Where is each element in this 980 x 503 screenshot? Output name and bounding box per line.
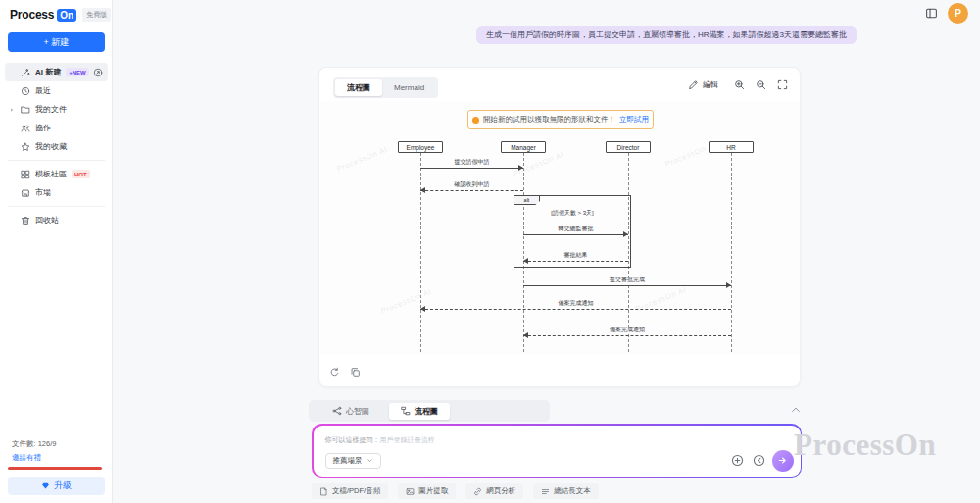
sidebar-item-label: 協作 [35, 123, 51, 133]
sidebar-nav: AI 新建+NEW最近我的文件協作我的收藏模板社區HOT市場回收站 [0, 63, 113, 229]
sidebar-item-favorites[interactable]: 我的收藏 [5, 137, 108, 156]
user-message-text: 生成一個用戶請假的時序圖，員工提交申請，直屬領導審批，HR備案，如果請假超過3天… [486, 30, 847, 39]
prompt-composer-inner: 你可以這樣提問：用戶登錄註冊流程 推薦場景 [314, 426, 801, 477]
processon-app: Process On 免費版 + 新建 AI 新建+NEW最近我的文件協作我的收… [0, 0, 980, 503]
canvas-tab-mermaid[interactable]: Mermaid [382, 80, 436, 95]
link-icon [473, 487, 482, 496]
canvas-toolbar: 編輯 [688, 79, 788, 90]
lines-icon [541, 487, 550, 496]
zoom-in-button[interactable] [734, 79, 745, 90]
trash-icon [21, 216, 30, 226]
quota-bar [8, 467, 102, 470]
logo[interactable]: Process On 免費版 [10, 8, 111, 22]
sidebar-item-badge: HOT [72, 170, 90, 178]
quick-open-icon[interactable] [93, 68, 103, 77]
regenerate-button[interactable] [329, 367, 340, 377]
canvas-tab-switch: 流程圖Mermaid [333, 77, 438, 98]
star-icon [21, 142, 30, 152]
magic-wand-icon [21, 68, 30, 77]
composer-tab-switch: 心智圖流程圖 [309, 400, 550, 422]
sidebar-item-collaboration[interactable]: 協作 [5, 119, 108, 137]
pencil-icon [688, 79, 699, 90]
warning-dot-icon [472, 117, 479, 124]
sidebar-item-my-files[interactable]: 我的文件 [5, 100, 108, 119]
preview-card-footer [329, 367, 361, 377]
insert-button[interactable] [753, 454, 765, 467]
fit-screen-button[interactable] [777, 79, 788, 90]
sidebar-item-badge: +NEW [66, 68, 89, 76]
zoom-out-button[interactable] [756, 79, 766, 90]
sidebar-item-label: 市場 [35, 187, 51, 198]
message-line [420, 309, 731, 310]
expand-caret-icon[interactable] [9, 107, 15, 113]
chip-web-analysis[interactable]: 網頁分析 [466, 483, 523, 499]
edit-label: 編輯 [703, 79, 718, 90]
sidebar: Process On 免費版 + 新建 AI 新建+NEW最近我的文件協作我的收… [0, 0, 113, 503]
canvas-tab-flowchart[interactable]: 流程圖 [335, 79, 382, 96]
message-line [523, 285, 731, 286]
sidebar-item-market[interactable]: 市場 [5, 183, 108, 202]
caret-down-icon [367, 457, 373, 464]
avatar[interactable]: P [948, 3, 968, 24]
invite-link[interactable]: 邀請有禮 [12, 453, 102, 463]
sidebar-item-label: 回收站 [35, 215, 59, 226]
chip-image-extract[interactable]: 圖片提取 [398, 483, 456, 499]
trial-banner-text: 開始新的試用以獲取無限的形狀和文件！ [483, 115, 615, 125]
plan-badge: 免費版 [82, 8, 111, 22]
sidebar-item-template-community[interactable]: 模板社區HOT [5, 165, 108, 183]
collapse-panel-button[interactable] [790, 404, 802, 416]
arrowhead-icon [420, 306, 425, 312]
send-button[interactable] [772, 450, 794, 472]
sidebar-item-recent[interactable]: 最近 [5, 81, 108, 100]
message-line [420, 168, 523, 169]
sidebar-item-label: 模板社區 [35, 169, 67, 179]
chip-label: 圖片提取 [418, 486, 448, 496]
canvas-tab-flowchart-label: 流程圖 [347, 82, 370, 93]
arrowhead-icon [523, 258, 528, 264]
chip-doc-pdf-audio[interactable]: 文檔/PDF/音頻 [312, 483, 388, 499]
diamond-icon [41, 481, 50, 490]
composer-tab-flowchart[interactable]: 流程圖 [389, 403, 450, 420]
message-label: 備案完成通知 [607, 327, 648, 333]
arrowhead-icon [523, 332, 528, 338]
lifeline-hr [731, 153, 732, 352]
actor-director: Director [606, 141, 651, 153]
chip-label: 網頁分析 [486, 486, 515, 496]
upgrade-button[interactable]: 升級 [8, 477, 105, 495]
copy-button[interactable] [350, 367, 361, 377]
image-icon [406, 487, 415, 496]
add-attachment-button[interactable] [731, 454, 744, 467]
logo-on-badge: On [57, 9, 76, 22]
edit-button[interactable]: 編輯 [688, 79, 718, 90]
placeholder-example: 用戶登錄註冊流程 [380, 436, 435, 443]
sidebar-item-label: 我的收藏 [35, 141, 67, 152]
arrowhead-icon [420, 187, 425, 193]
usage-info: 文件數: 126/9 邀請有禮 [12, 439, 102, 463]
composer-tab-flowchart-label: 流程圖 [415, 406, 438, 417]
sidebar-item-recycle-bin[interactable]: 回收站 [5, 211, 108, 229]
divider [8, 206, 105, 207]
sidebar-item-label: 最近 [35, 85, 51, 96]
panel-toggle-button[interactable] [925, 7, 938, 20]
actor-employee: Employee [398, 141, 443, 153]
composer-tab-mind-map[interactable]: 心智圖 [320, 403, 381, 420]
sequence-diagram-canvas: 開始新的試用以獲取無限的形狀和文件！ 立即試用 ProcessOn AIProc… [320, 101, 800, 355]
prompt-composer: 你可以這樣提問：用戶登錄註冊流程 推薦場景 [312, 424, 802, 478]
message-line [523, 234, 628, 235]
actor-manager: Manager [501, 141, 546, 153]
document-icon [319, 487, 328, 496]
send-arrow-icon [777, 455, 788, 466]
message-label: 審批結果 [562, 252, 591, 259]
trial-banner-link[interactable]: 立即試用 [619, 115, 649, 125]
message-label: 確認收到申請 [452, 181, 493, 188]
arrowhead-icon [623, 231, 628, 237]
shop-icon [21, 188, 30, 198]
recommended-scenes-button[interactable]: 推薦場景 [325, 453, 381, 469]
sidebar-item-ai-new[interactable]: AI 新建+NEW [5, 63, 108, 81]
prompt-input[interactable]: 你可以這樣提問：用戶登錄註冊流程 [325, 435, 435, 445]
people-icon [21, 124, 30, 133]
new-button[interactable]: + 新建 [8, 32, 105, 52]
lifeline-employee [420, 153, 421, 352]
trial-banner: 開始新的試用以獲取無限的形狀和文件！ 立即試用 [467, 110, 654, 129]
chip-long-text-summary[interactable]: 總結長文本 [533, 483, 599, 499]
